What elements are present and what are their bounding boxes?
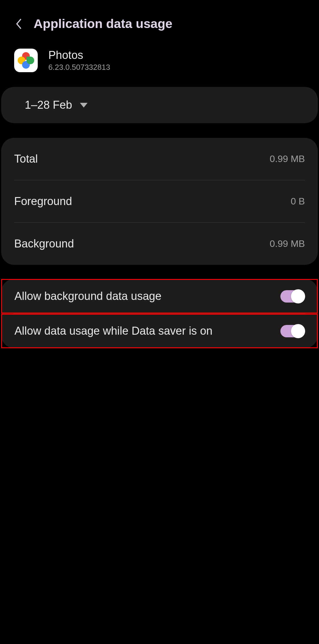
date-range-label: 1–28 Feb xyxy=(25,99,72,111)
toggle-switch[interactable] xyxy=(280,290,305,303)
toggle-label: Allow background data usage xyxy=(14,290,162,303)
usage-label: Foreground xyxy=(14,195,72,208)
chevron-down-icon xyxy=(80,103,88,108)
page-header: Application data usage xyxy=(0,0,319,43)
usage-background-row: Background 0.99 MB xyxy=(14,223,305,265)
app-version: 6.23.0.507332813 xyxy=(48,63,110,72)
usage-label: Total xyxy=(14,153,38,165)
toggle-switch[interactable] xyxy=(280,325,305,337)
app-info-block: Photos 6.23.0.507332813 xyxy=(0,43,319,84)
usage-total-row: Total 0.99 MB xyxy=(14,138,305,180)
date-range-dropdown[interactable]: 1–28 Feb xyxy=(1,87,318,123)
toggle-knob xyxy=(291,289,305,303)
usage-foreground-row: Foreground 0 B xyxy=(14,180,305,222)
usage-label: Background xyxy=(14,237,74,250)
usage-value: 0.99 MB xyxy=(270,238,305,249)
photos-pinwheel-icon xyxy=(18,52,34,69)
toggle-knob xyxy=(291,324,305,338)
toggle-label: Allow data usage while Data saver is on xyxy=(14,325,213,337)
toggle-data-saver[interactable]: Allow data usage while Data saver is on xyxy=(1,314,318,348)
page-title: Application data usage xyxy=(34,16,172,31)
usage-stats-card: Total 0.99 MB Foreground 0 B Background … xyxy=(1,138,318,265)
app-icon xyxy=(14,49,38,72)
toggle-allow-background[interactable]: Allow background data usage xyxy=(1,279,318,313)
back-icon[interactable] xyxy=(14,18,24,30)
toggles-card: Allow background data usage Allow data u… xyxy=(1,279,318,348)
usage-value: 0.99 MB xyxy=(270,153,305,164)
usage-value: 0 B xyxy=(291,196,305,207)
app-name: Photos xyxy=(48,49,110,62)
